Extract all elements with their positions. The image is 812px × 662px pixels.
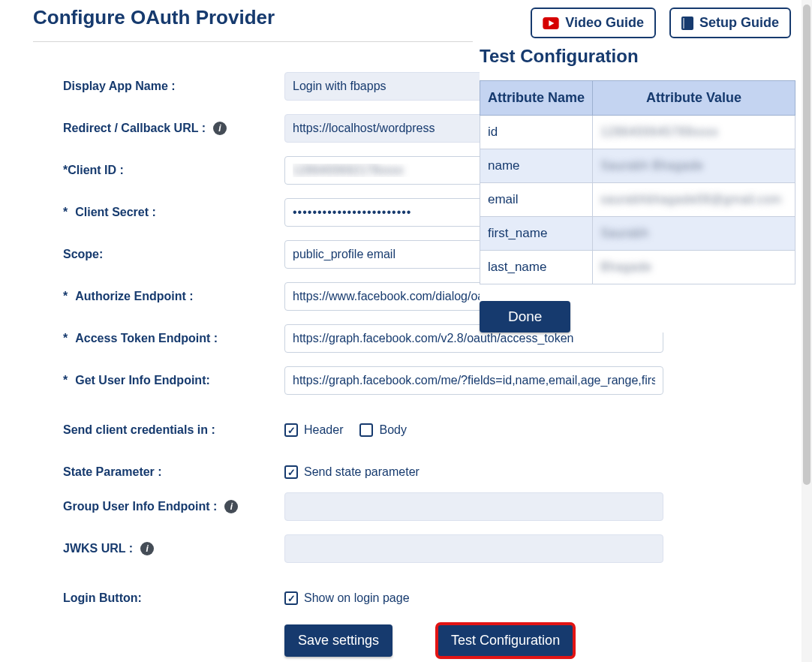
info-icon[interactable]: i [213, 122, 227, 135]
authorize-endpoint-asterisk: * [63, 290, 68, 303]
col-attribute-value: Attribute Value [593, 81, 795, 116]
attr-name-cell: id [480, 116, 593, 149]
attr-name-cell: first_name [480, 217, 593, 251]
group-user-info-label: Group User Info Endpoint : [63, 500, 217, 513]
user-info-asterisk: * [63, 374, 68, 387]
test-configuration-panel: Test Configuration Attribute Name Attrib… [480, 46, 795, 333]
state-param-checkbox[interactable] [284, 465, 298, 479]
page-title: Configure OAuth Provider [33, 6, 473, 42]
test-panel-title: Test Configuration [480, 46, 795, 67]
jwks-url-input[interactable] [284, 534, 663, 563]
test-configuration-button[interactable]: Test Configuration [438, 624, 573, 657]
show-login-label: Show on login page [304, 591, 410, 605]
attr-value-cell: Saurabh Bhagade [593, 149, 795, 183]
attr-name-cell: email [480, 183, 593, 217]
info-icon[interactable]: i [140, 542, 154, 555]
save-settings-button[interactable]: Save settings [284, 624, 392, 657]
client-secret-label[interactable]: Client Secret : [75, 206, 156, 219]
table-row: last_nameBhagade [480, 251, 795, 284]
redirect-url-label: Redirect / Callback URL : [63, 122, 206, 135]
group-user-info-input[interactable] [284, 492, 663, 521]
send-creds-label: Send client credentials in : [33, 423, 284, 437]
state-param-opt-label: Send state parameter [304, 465, 420, 479]
login-button-label: Login Button: [33, 591, 284, 605]
col-attribute-name: Attribute Name [480, 81, 593, 116]
attr-name-cell: name [480, 149, 593, 183]
client-secret-asterisk: * [63, 206, 68, 219]
table-row: nameSaurabh Bhagade [480, 149, 795, 183]
youtube-icon [543, 17, 559, 29]
creds-body-checkbox[interactable] [359, 423, 373, 437]
table-row: first_nameSaurabh [480, 217, 795, 251]
attribute-table: Attribute Name Attribute Value id1286400… [480, 80, 795, 284]
video-guide-label: Video Guide [565, 15, 644, 31]
info-icon[interactable]: i [224, 500, 238, 513]
client-id-label: *Client ID : [33, 164, 284, 177]
table-row: id1286400645789xxxx [480, 116, 795, 149]
access-token-label[interactable]: Access Token Endpoint : [75, 332, 218, 345]
user-info-input[interactable] [284, 366, 663, 395]
svg-rect-2 [683, 18, 684, 29]
creds-header-label: Header [304, 423, 343, 437]
authorize-endpoint-label[interactable]: Authorize Endpoint : [75, 290, 193, 303]
jwks-url-label: JWKS URL : [63, 542, 133, 555]
scope-label: Scope: [33, 248, 284, 261]
user-info-label[interactable]: Get User Info Endpoint: [75, 374, 210, 387]
table-row: emailsaurabhbhagade08@gmail.com [480, 183, 795, 217]
show-login-checkbox[interactable] [284, 591, 298, 605]
setup-guide-label: Setup Guide [699, 15, 779, 31]
attr-value-cell: Bhagade [593, 251, 795, 284]
creds-body-label: Body [379, 423, 406, 437]
attr-value-cell: Saurabh [593, 217, 795, 251]
video-guide-button[interactable]: Video Guide [531, 8, 656, 38]
access-token-asterisk: * [63, 332, 68, 345]
state-param-label: State Parameter : [33, 465, 284, 479]
creds-header-checkbox[interactable] [284, 423, 298, 437]
attr-value-cell: saurabhbhagade08@gmail.com [593, 183, 795, 217]
display-app-name-label: Display App Name : [33, 80, 284, 93]
setup-guide-button[interactable]: Setup Guide [669, 8, 791, 38]
attr-value-cell: 1286400645789xxxx [593, 116, 795, 149]
done-button[interactable]: Done [480, 301, 570, 333]
attr-name-cell: last_name [480, 251, 593, 284]
book-icon [681, 17, 693, 30]
